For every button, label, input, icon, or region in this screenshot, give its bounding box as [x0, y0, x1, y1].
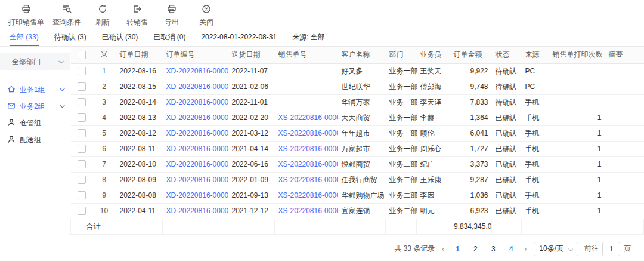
prev-page-button[interactable]: ‹	[441, 245, 445, 253]
order-no-link[interactable]: XD-20220816-000013	[166, 145, 228, 153]
print-count-cell	[549, 63, 605, 79]
tab-cancelled[interactable]: 已取消 (0)	[153, 30, 185, 46]
tab-pending[interactable]: 待确认 (3)	[54, 30, 86, 46]
delivery-date-cell: 2022-11-01	[228, 94, 275, 110]
gear-icon[interactable]	[100, 51, 109, 60]
sales-no-link[interactable]: XS-20220816-000014	[278, 129, 338, 137]
summary-cell	[605, 156, 644, 172]
home-icon	[7, 85, 16, 95]
row-checkbox[interactable]	[78, 82, 86, 91]
order-no-link[interactable]: XD-20220816-000014	[166, 129, 228, 137]
row-checkbox[interactable]	[78, 207, 86, 215]
print-count-cell: 1	[549, 110, 605, 125]
sidebar-item-business-group-1[interactable]: 业务1组	[0, 81, 70, 98]
select-all-checkbox[interactable]	[78, 51, 86, 59]
sidebar-item-label: 配送组	[20, 135, 41, 145]
sidebar-item-label: 仓管组	[20, 118, 41, 128]
amount-cell: 7,833	[450, 94, 492, 110]
row-checkbox[interactable]	[78, 98, 86, 106]
row-checkbox-cell	[71, 156, 92, 172]
source-filter[interactable]: 来源: 全部	[292, 30, 325, 46]
sidebar-item-delivery-group[interactable]: 配送组	[0, 131, 70, 148]
print-sales-order-button[interactable]: 打印销售单	[8, 4, 44, 27]
query-conditions-button[interactable]: 查询条件	[52, 4, 81, 27]
export-button[interactable]: 导出	[159, 4, 185, 27]
close-button[interactable]: 关闭	[193, 4, 219, 27]
column-header: 订单日期	[116, 47, 163, 63]
print-count-cell: 1	[549, 203, 605, 219]
page-number-2[interactable]: 2	[469, 243, 481, 255]
order-no-link[interactable]: XD-20220816-000009	[166, 207, 228, 215]
page-number-3[interactable]: 3	[487, 243, 499, 255]
toolbar-label: 刷新	[95, 17, 110, 27]
row-checkbox[interactable]	[78, 113, 86, 122]
row-checkbox[interactable]	[78, 67, 86, 75]
sidebar-item-warehouse-group[interactable]: 仓管组	[0, 115, 70, 131]
summary-cell	[605, 63, 644, 79]
order-date-cell: 2022-08-10	[116, 156, 163, 172]
salesperson-cell: 李因	[417, 188, 450, 203]
order-no-cell: XD-20220816-000011	[163, 172, 228, 188]
order-no-link[interactable]: XD-20220816-000010	[166, 191, 228, 199]
toolbar-label: 转销售	[126, 17, 148, 27]
order-date-cell: 2022-08-16	[116, 63, 163, 79]
page-number-4[interactable]: 4	[505, 243, 517, 255]
row-checkbox[interactable]	[78, 145, 86, 153]
order-no-link[interactable]: XD-20220816-000012	[166, 160, 228, 168]
row-checkbox[interactable]	[78, 191, 86, 199]
order-no-link[interactable]: XD-20220816-000015	[166, 113, 228, 122]
row-checkbox[interactable]	[78, 176, 86, 184]
table-header-row: 订单日期订单编号送货日期销售单号客户名称部门业务员订单金额状态来源销售单打印次数…	[71, 47, 644, 63]
sales-no-link[interactable]: XS-20220816-000009	[278, 207, 338, 215]
status-cell: 已确认	[492, 141, 522, 156]
sales-no-link[interactable]: XS-20220816-000011	[278, 176, 338, 184]
person-icon	[7, 118, 16, 128]
column-header: 来源	[522, 47, 549, 63]
date-range-filter[interactable]: 2022-08-01-2022-08-31	[201, 30, 277, 46]
chevron-down-icon[interactable]	[60, 105, 65, 108]
orders-table: 订单日期订单编号送货日期销售单号客户名称部门业务员订单金额状态来源销售单打印次数…	[70, 47, 644, 235]
chevron-down-icon[interactable]	[60, 88, 65, 91]
page-size-select[interactable]: 10条/页	[534, 242, 578, 256]
row-checkbox-cell	[71, 125, 92, 141]
amount-cell: 6,041	[450, 125, 492, 141]
row-checkbox[interactable]	[78, 160, 86, 168]
sales-no-link[interactable]: XS-20220816-000015	[278, 113, 338, 122]
tab-all[interactable]: 全部 (33)	[10, 30, 39, 46]
sales-no-link[interactable]: XS-20220816-000010	[278, 191, 338, 199]
print-count-cell: 1	[549, 125, 605, 141]
status-cell: 待确认	[492, 63, 522, 79]
goto-page-input[interactable]	[602, 242, 620, 256]
row-index: 9	[92, 188, 116, 203]
sales-no-cell: XS-20220816-000011	[275, 172, 338, 188]
order-no-link[interactable]: XD-20220816-000017	[166, 82, 228, 91]
order-no-link[interactable]: XD-20220816-000011	[166, 176, 228, 184]
summary-cell	[605, 141, 644, 156]
refresh-button[interactable]: 刷新	[89, 4, 116, 27]
column-header: 送货日期	[228, 47, 275, 63]
sidebar-item-business-group-2[interactable]: 业务2组	[0, 98, 70, 115]
transfer-to-sales-button[interactable]: 转销售	[124, 4, 150, 27]
order-no-link[interactable]: XD-20220816-000016	[166, 98, 228, 106]
print-count-cell: 1	[549, 172, 605, 188]
sales-no-cell: XS-20220816-000015	[275, 110, 338, 125]
order-no-cell: XD-20220816-000014	[163, 125, 228, 141]
page-number-1[interactable]: 1	[451, 243, 463, 255]
tab-confirmed[interactable]: 已确认 (30)	[102, 30, 138, 46]
sales-no-link[interactable]: XS-20220816-000013	[278, 145, 338, 153]
row-checkbox[interactable]	[78, 129, 86, 137]
orders-table-panel: 订单日期订单编号送货日期销售单号客户名称部门业务员订单金额状态来源销售单打印次数…	[70, 47, 644, 261]
salesperson-cell: 傅彭海	[417, 79, 450, 94]
sales-no-link[interactable]: XS-20220816-000012	[278, 160, 338, 168]
order-no-cell: XD-20220816-000013	[163, 141, 228, 156]
salesperson-cell: 纪广	[417, 156, 450, 172]
order-no-link[interactable]: XD-20220816-000018	[166, 67, 228, 75]
source-cell: 手机	[522, 141, 549, 156]
customer-cell: 任我行商贸	[338, 172, 386, 188]
department-select[interactable]: 全部部门	[0, 53, 70, 70]
filter-tabs: 全部 (33) 待确认 (3) 已确认 (30) 已取消 (0) 2022-08…	[0, 30, 644, 47]
row-checkbox-cell	[71, 141, 92, 156]
next-page-button[interactable]: ›	[523, 245, 528, 253]
table-row: 82022-08-09XD-20220816-0000112022-01-09X…	[71, 172, 644, 188]
toolbar-label: 查询条件	[52, 17, 81, 27]
